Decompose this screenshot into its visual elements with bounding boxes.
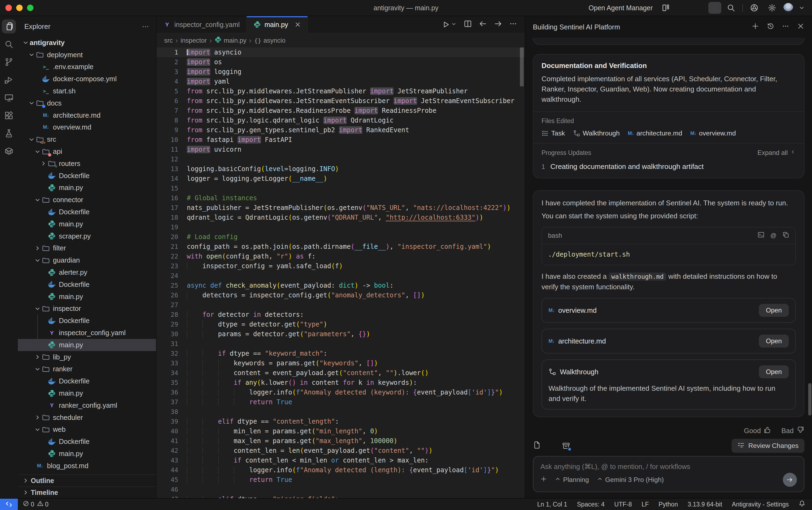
panel-scrollbar[interactable] xyxy=(808,383,811,416)
model-selector-dropdown[interactable]: Gemini 3 Pro (High) xyxy=(597,476,664,484)
chat-add-context-button[interactable] xyxy=(541,476,547,484)
tree-item-web[interactable]: web xyxy=(18,424,156,436)
tab-inspector_config.yaml[interactable]: Yinspector_config.yaml xyxy=(156,16,247,33)
panel-more-button[interactable] xyxy=(782,22,789,32)
tree-item-.env.example[interactable]: >_.env.example xyxy=(18,61,156,73)
at-mention-icon[interactable]: @ xyxy=(771,232,776,239)
tree-item-main.py[interactable]: main.py xyxy=(18,448,156,460)
tree-item-main.py[interactable]: main.py xyxy=(18,182,156,194)
code-line-40[interactable]: 40 min_len = params.get("min_length", 0) xyxy=(156,426,525,436)
tree-item-deployment[interactable]: deployment xyxy=(18,49,156,61)
code-line-7[interactable]: 7 from src.lib_py.middlewares.ReadinessP… xyxy=(156,106,525,116)
send-button[interactable] xyxy=(783,473,797,487)
tree-item-main.py[interactable]: main.py xyxy=(18,387,156,399)
code-line-5[interactable]: 5 from src.lib_py.middlewares.JetStreamP… xyxy=(156,86,525,96)
run-python-file-button[interactable] xyxy=(442,21,457,29)
tree-item-overview.md[interactable]: M↓overview.md xyxy=(18,121,156,133)
code-line-42[interactable]: 42 content_len = len(event_payload.get("… xyxy=(156,446,525,455)
code-line-22[interactable]: 22 with open(config_path, "r") as f: xyxy=(156,251,525,261)
code-line-9[interactable]: 9 from src.lib_py.gen_types.sentinel_pb2… xyxy=(156,125,525,135)
code-line-6[interactable]: 6 from src.lib_py.middlewares.JetStreamE… xyxy=(156,96,525,106)
tree-item-blog_post.md[interactable]: M↓blog_post.md xyxy=(18,460,156,472)
panel-history-button[interactable] xyxy=(767,22,774,32)
code-line-43[interactable]: 43 if content_len < min_len or content_l… xyxy=(156,455,525,465)
code-line-23[interactable]: 23 inspector_config = yaml.safe_load(f) xyxy=(156,261,525,271)
copy-code-button[interactable] xyxy=(782,231,789,240)
code-line-32[interactable]: 32 if dtype == "keyword_match": xyxy=(156,349,525,358)
tree-item-api[interactable]: api xyxy=(18,145,156,158)
minimize-window-button[interactable] xyxy=(16,5,23,11)
code-line-33[interactable]: 33 keywords = params.get("keywords", []) xyxy=(156,358,525,368)
open-walkthrough-button[interactable]: Open xyxy=(759,365,789,378)
toggle-bottom-panel-button[interactable] xyxy=(692,2,705,14)
code-line-31[interactable]: 31 xyxy=(156,339,525,349)
feedback-bad-button[interactable]: Bad xyxy=(781,426,805,436)
tree-item-main.py[interactable]: main.py xyxy=(18,218,156,230)
editor-scrollbar[interactable] xyxy=(520,48,524,86)
activity-run-debug[interactable] xyxy=(2,73,16,87)
code-line-12[interactable]: 12 xyxy=(156,154,525,164)
toggle-left-panel-button[interactable] xyxy=(676,2,689,14)
code-line-2[interactable]: 2 import os xyxy=(156,57,525,67)
code-line-44[interactable]: 44 logger.info(f"Anomaly detected (lengt… xyxy=(156,465,525,475)
notifications-bell-button[interactable] xyxy=(799,500,806,509)
activity-extensions[interactable] xyxy=(2,109,16,122)
run-in-terminal-button[interactable] xyxy=(757,231,764,240)
settings-gear-button[interactable] xyxy=(765,2,779,14)
code-line-10[interactable]: 10 from fastapi import FastAPI xyxy=(156,135,525,145)
tree-item-scheduler[interactable]: scheduler xyxy=(18,412,156,424)
tree-item-ranker[interactable]: ranker xyxy=(18,363,156,376)
code-line-38[interactable]: 38 xyxy=(156,407,525,417)
code-line-24[interactable]: 24 xyxy=(156,271,525,281)
code-line-41[interactable]: 41 max_len = params.get("max_length", 10… xyxy=(156,436,525,446)
code-line-3[interactable]: 3 import logging xyxy=(156,67,525,77)
open-overview.md-button[interactable]: Open xyxy=(759,304,789,317)
open-agent-manager-button[interactable]: Open Agent Manager xyxy=(588,4,653,12)
code-line-14[interactable]: 14 logger = logging.getLogger(__name__) xyxy=(156,174,525,183)
status-3-13-9-64-bit[interactable]: 3.13.9 64-bit xyxy=(688,501,722,508)
close-window-button[interactable] xyxy=(5,5,12,11)
avatar[interactable] xyxy=(783,3,793,13)
tree-item-start.sh[interactable]: >_start.sh xyxy=(18,85,156,97)
code-line-1[interactable]: 1 import asyncio xyxy=(156,48,525,57)
code-line-34[interactable]: 34 content = event_payload.get("content"… xyxy=(156,368,525,378)
planning-mode-dropdown[interactable]: Planning xyxy=(554,476,589,484)
toggle-right-panel-button[interactable] xyxy=(708,2,721,14)
remote-indicator[interactable] xyxy=(0,499,18,510)
tree-item-dockerfile[interactable]: Dockerfile xyxy=(18,170,156,182)
tree-item-connector[interactable]: connector xyxy=(18,194,156,206)
chat-input[interactable]: Ask anything (⌘L), @ to mention, / for w… xyxy=(533,456,805,492)
sidebar-section-outline[interactable]: Outline xyxy=(18,474,156,486)
activity-search[interactable] xyxy=(2,37,16,51)
file-chip-overview.md[interactable]: M↓overview.md xyxy=(690,129,736,137)
tree-item-dockerfile[interactable]: Dockerfile xyxy=(18,375,156,387)
code-line-37[interactable]: 37 return True xyxy=(156,397,525,407)
status-lf[interactable]: LF xyxy=(642,501,649,508)
tab-main.py[interactable]: main.py xyxy=(247,16,308,33)
code-line-46[interactable]: 46 xyxy=(156,485,525,494)
new-file-button[interactable] xyxy=(533,441,541,451)
go-forward-button[interactable] xyxy=(494,20,502,29)
tree-item-dockerfile[interactable]: Dockerfile xyxy=(18,436,156,448)
tree-item-alerter.py[interactable]: alerter.py xyxy=(18,266,156,278)
code-line-4[interactable]: 4 import yaml xyxy=(156,77,525,86)
account-chevron-down-icon[interactable] xyxy=(798,2,806,14)
more-actions-button[interactable] xyxy=(509,20,517,29)
activity-testing[interactable] xyxy=(2,126,16,140)
status-spaces-4[interactable]: Spaces: 4 xyxy=(577,501,604,508)
tree-item-ranker_config.yaml[interactable]: Yranker_config.yaml xyxy=(18,399,156,412)
breadcrumb-asyncio[interactable]: {}asyncio xyxy=(254,37,285,44)
code-line-26[interactable]: 26 detectors = inspector_config.get("ano… xyxy=(156,290,525,300)
activity-containers[interactable] xyxy=(2,144,16,158)
inbox-button[interactable] xyxy=(562,442,570,450)
code-line-25[interactable]: 25 async def check_anomaly(event_payload… xyxy=(156,281,525,290)
status-utf-8[interactable]: UTF-8 xyxy=(614,501,632,508)
errors-indicator[interactable]: 0 xyxy=(23,500,34,508)
activity-explorer[interactable] xyxy=(2,20,16,33)
code-line-35[interactable]: 35 if any(k.lower() in content for k in … xyxy=(156,378,525,388)
warnings-indicator[interactable]: 0 xyxy=(37,500,49,508)
progress-item[interactable]: 1Creating documentation and walkthrough … xyxy=(542,162,796,171)
go-back-button[interactable] xyxy=(479,20,487,29)
code-line-30[interactable]: 30 params = detector.get("parameters", {… xyxy=(156,329,525,339)
tree-item-inspector_config.yaml[interactable]: Yinspector_config.yaml xyxy=(18,327,156,339)
